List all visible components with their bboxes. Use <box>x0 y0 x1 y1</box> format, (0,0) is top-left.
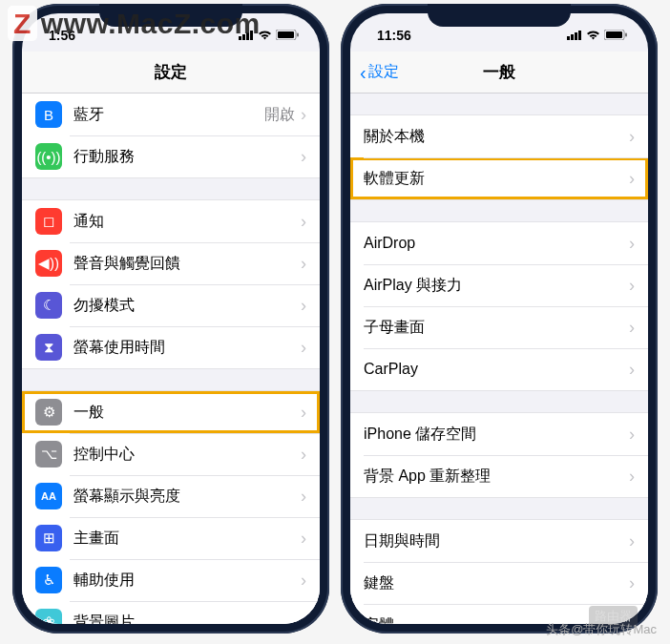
settings-row-AirDrop[interactable]: AirDrop› <box>350 222 648 264</box>
row-label: AirPlay 與接力 <box>364 276 629 296</box>
svg-rect-6 <box>297 33 299 37</box>
accessibility-icon: ♿︎ <box>35 567 62 593</box>
chevron-right-icon: › <box>629 276 635 296</box>
status-time: 11:56 <box>377 28 411 43</box>
chevron-right-icon: › <box>301 296 306 316</box>
phones-stage: 1:56 設定 B藍牙開啟›((•))行動服務›◻︎通知›◀︎))聲音與觸覺回饋… <box>0 0 670 637</box>
row-label: 控制中心 <box>73 445 301 465</box>
chevron-left-icon: ‹ <box>360 63 366 82</box>
row-label: 子母畫面 <box>364 318 629 338</box>
chevron-right-icon: › <box>629 531 635 551</box>
svg-rect-8 <box>571 34 574 40</box>
chevron-right-icon: › <box>629 234 635 254</box>
chevron-right-icon: › <box>301 105 306 125</box>
settings-row-關於本機[interactable]: 關於本機› <box>350 115 648 157</box>
dnd-icon: ☾ <box>35 292 62 319</box>
signal-icon <box>239 28 254 43</box>
settings-group: iPhone 儲存空間›背景 App 重新整理› <box>350 412 648 498</box>
settings-row-accessibility[interactable]: ♿︎輔助使用› <box>22 559 320 601</box>
row-label: CarPlay <box>364 361 629 378</box>
svg-rect-9 <box>575 32 577 40</box>
row-label: 勿擾模式 <box>73 296 301 316</box>
row-label: 背景 App 重新整理 <box>364 467 629 487</box>
settings-row-子母畫面[interactable]: 子母畫面› <box>350 306 648 348</box>
display-icon: AA <box>35 483 62 509</box>
svg-rect-10 <box>578 31 581 40</box>
settings-row-鍵盤[interactable]: 鍵盤› <box>350 562 648 604</box>
page-title: 一般 <box>483 61 515 83</box>
row-label: 背景圖片 <box>73 613 301 625</box>
wallpaper-icon: ❀ <box>35 609 62 624</box>
notifications-icon: ◻︎ <box>35 208 62 235</box>
status-right <box>567 28 627 43</box>
settings-group: ⚙︎一般›⌥控制中心›AA螢幕顯示與亮度›⊞主畫面›♿︎輔助使用›❀背景圖片›◉… <box>22 390 320 624</box>
settings-list[interactable]: B藍牙開啟›((•))行動服務›◻︎通知›◀︎))聲音與觸覺回饋›☾勿擾模式›⧗… <box>22 93 320 624</box>
chevron-right-icon: › <box>301 487 306 507</box>
settings-row-AirPlay 與接力[interactable]: AirPlay 與接力› <box>350 264 648 306</box>
back-button[interactable]: ‹ 設定 <box>360 62 399 82</box>
chevron-right-icon: › <box>629 467 635 487</box>
row-label: iPhone 儲存空間 <box>364 425 629 445</box>
chevron-right-icon: › <box>301 212 306 232</box>
notch <box>428 4 571 27</box>
chevron-right-icon: › <box>629 573 635 593</box>
settings-row-sounds[interactable]: ◀︎))聲音與觸覺回饋› <box>22 242 320 284</box>
row-label: 藍牙 <box>73 105 264 125</box>
settings-group: B藍牙開啟›((•))行動服務› <box>22 93 320 178</box>
cellular-icon: ((•)) <box>35 143 62 170</box>
settings-row-screentime[interactable]: ⧗螢幕使用時間› <box>22 326 320 368</box>
settings-row-軟體更新[interactable]: 軟體更新› <box>350 157 648 199</box>
chevron-right-icon: › <box>629 425 635 445</box>
general-icon: ⚙︎ <box>35 399 62 426</box>
status-right <box>239 28 299 43</box>
phone-right: 11:56 ‹ 設定 一般 <box>341 4 658 634</box>
settings-row-control[interactable]: ⌥控制中心› <box>22 433 320 475</box>
settings-row-CarPlay[interactable]: CarPlay› <box>350 348 648 390</box>
wifi-icon <box>258 28 272 43</box>
sounds-icon: ◀︎)) <box>35 250 62 277</box>
settings-row-general[interactable]: ⚙︎一般› <box>22 391 320 433</box>
settings-row-背景 App 重新整理[interactable]: 背景 App 重新整理› <box>350 455 648 497</box>
svg-rect-13 <box>625 33 627 37</box>
svg-rect-5 <box>278 31 294 38</box>
page-title: 設定 <box>155 61 187 83</box>
chevron-right-icon: › <box>301 338 306 358</box>
row-label: 主畫面 <box>73 529 301 549</box>
chevron-right-icon: › <box>301 529 306 549</box>
screen-right: 11:56 ‹ 設定 一般 <box>350 13 648 624</box>
settings-row-bluetooth[interactable]: B藍牙開啟› <box>22 93 320 135</box>
back-label: 設定 <box>368 62 399 82</box>
settings-row-home[interactable]: ⊞主畫面› <box>22 517 320 559</box>
settings-row-cellular[interactable]: ((•))行動服務› <box>22 135 320 177</box>
row-label: 日期與時間 <box>364 531 629 551</box>
settings-row-iPhone 儲存空間[interactable]: iPhone 儲存空間› <box>350 413 648 455</box>
bluetooth-icon: B <box>35 101 62 128</box>
settings-row-display[interactable]: AA螢幕顯示與亮度› <box>22 475 320 517</box>
screen-left: 1:56 設定 B藍牙開啟›((•))行動服務›◻︎通知›◀︎))聲音與觸覺回饋… <box>22 13 320 624</box>
settings-row-日期與時間[interactable]: 日期與時間› <box>350 520 648 562</box>
general-list[interactable]: 關於本機›軟體更新›AirDrop›AirPlay 與接力›子母畫面›CarPl… <box>350 93 648 624</box>
settings-row-dnd[interactable]: ☾勿擾模式› <box>22 284 320 326</box>
svg-rect-2 <box>246 32 249 40</box>
notch <box>99 4 242 27</box>
row-label: AirDrop <box>364 235 629 252</box>
wifi-icon <box>586 28 600 43</box>
screentime-icon: ⧗ <box>35 334 62 361</box>
chevron-right-icon: › <box>301 254 306 274</box>
chevron-right-icon: › <box>301 403 306 423</box>
settings-row-wallpaper[interactable]: ❀背景圖片› <box>22 601 320 624</box>
chevron-right-icon: › <box>629 127 635 147</box>
chevron-right-icon: › <box>629 360 635 380</box>
chevron-right-icon: › <box>629 318 635 338</box>
phone-left: 1:56 設定 B藍牙開啟›((•))行動服務›◻︎通知›◀︎))聲音與觸覺回饋… <box>12 4 329 634</box>
row-label: 通知 <box>73 212 301 232</box>
signal-icon <box>567 28 582 43</box>
svg-rect-7 <box>567 36 570 40</box>
svg-rect-12 <box>606 31 622 38</box>
row-label: 一般 <box>73 403 301 423</box>
settings-group: AirDrop›AirPlay 與接力›子母畫面›CarPlay› <box>350 221 648 391</box>
chevron-right-icon: › <box>301 445 306 465</box>
row-label: 軟體更新 <box>364 169 629 189</box>
svg-rect-1 <box>242 34 245 40</box>
settings-row-notifications[interactable]: ◻︎通知› <box>22 200 320 242</box>
